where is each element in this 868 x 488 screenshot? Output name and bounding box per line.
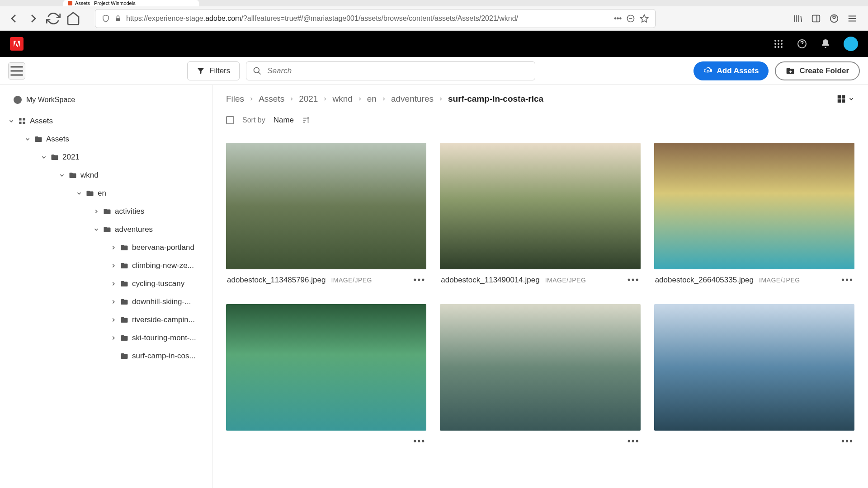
asset-thumbnail[interactable] bbox=[440, 304, 640, 431]
reload-button[interactable] bbox=[46, 11, 61, 26]
forward-button[interactable] bbox=[26, 11, 41, 26]
chevron-right-icon bbox=[322, 94, 328, 104]
more-icon[interactable]: ••• bbox=[841, 275, 854, 285]
chevron-icon[interactable] bbox=[110, 299, 117, 305]
tree-item-en[interactable]: en bbox=[5, 184, 208, 202]
menu-icon[interactable] bbox=[847, 14, 857, 23]
bell-icon[interactable] bbox=[820, 38, 831, 49]
tree-item-ski-touring-mont-[interactable]: ski-touring-mont-... bbox=[5, 329, 208, 347]
tree-item-label: en bbox=[98, 189, 106, 198]
sort-row: Sort by Name bbox=[226, 112, 854, 134]
breadcrumb-adventures[interactable]: adventures bbox=[391, 94, 434, 104]
lock-icon bbox=[114, 15, 122, 22]
select-all-checkbox[interactable] bbox=[226, 116, 234, 124]
back-button[interactable] bbox=[6, 11, 21, 26]
tree-item-climbing-new-ze-[interactable]: climbing-new-ze... bbox=[5, 257, 208, 275]
tree-item-wknd[interactable]: wknd bbox=[5, 166, 208, 184]
search-input[interactable] bbox=[267, 66, 528, 75]
folder-icon bbox=[34, 135, 42, 143]
chevron-icon[interactable] bbox=[93, 208, 99, 215]
svg-rect-20 bbox=[838, 95, 841, 99]
breadcrumb-wknd[interactable]: wknd bbox=[332, 94, 352, 104]
tree-item-adventures[interactable]: adventures bbox=[5, 221, 208, 239]
svg-point-7 bbox=[781, 40, 783, 42]
tree-item-surf-camp-in-cos-[interactable]: surf-camp-in-cos... bbox=[5, 347, 208, 365]
url-bar[interactable]: https://experience-stage.adobe.com/?allf… bbox=[95, 9, 656, 28]
tree-item-activities[interactable]: activities bbox=[5, 202, 208, 221]
breadcrumb-2021[interactable]: 2021 bbox=[299, 94, 318, 104]
chevron-icon[interactable] bbox=[24, 136, 31, 142]
svg-point-11 bbox=[774, 46, 776, 48]
svg-point-9 bbox=[778, 43, 779, 45]
help-icon[interactable] bbox=[797, 38, 807, 49]
more-icon[interactable]: ••• bbox=[627, 275, 640, 285]
bookmark-icon[interactable] bbox=[640, 14, 649, 23]
app-header bbox=[0, 31, 868, 57]
chevron-icon[interactable] bbox=[110, 263, 117, 269]
tree-item-label: activities bbox=[115, 207, 144, 216]
chevron-icon[interactable] bbox=[110, 317, 117, 323]
asset-card[interactable]: adobestock_113485796.jpegIMAGE/JPEG••• bbox=[226, 143, 426, 291]
asset-card[interactable]: ••• bbox=[226, 304, 426, 452]
asset-card[interactable]: adobestock_113490014.jpegIMAGE/JPEG••• bbox=[440, 143, 640, 291]
chevron-right-icon bbox=[249, 94, 254, 104]
filters-button[interactable]: Filters bbox=[187, 61, 240, 80]
asset-card[interactable]: ••• bbox=[654, 304, 854, 452]
adobe-logo-icon[interactable] bbox=[10, 37, 24, 51]
folder-icon bbox=[103, 207, 111, 216]
chevron-icon[interactable] bbox=[59, 172, 65, 178]
user-avatar[interactable] bbox=[844, 37, 858, 51]
folder-icon bbox=[120, 298, 128, 306]
view-toggle[interactable] bbox=[836, 94, 854, 104]
asset-thumbnail[interactable] bbox=[440, 143, 640, 269]
more-icon[interactable]: ••• bbox=[413, 436, 425, 446]
asset-thumbnail[interactable] bbox=[654, 304, 854, 431]
add-assets-label: Add Assets bbox=[717, 66, 759, 75]
tree-item-assets[interactable]: Assets bbox=[5, 130, 208, 148]
asset-card[interactable]: adobestock_266405335.jpegIMAGE/JPEG••• bbox=[654, 143, 854, 291]
folder-icon bbox=[103, 225, 111, 234]
chevron-icon[interactable] bbox=[110, 244, 117, 251]
browser-tab[interactable]: Assets | Project Winmodels bbox=[63, 0, 199, 6]
chevron-icon[interactable] bbox=[8, 118, 14, 124]
svg-rect-23 bbox=[842, 99, 845, 103]
more-icon[interactable]: ••• bbox=[841, 436, 854, 446]
workspace-link[interactable]: My WorkSpace bbox=[5, 93, 208, 112]
more-icon[interactable]: ••• bbox=[627, 436, 640, 446]
tree-item-assets[interactable]: Assets bbox=[5, 112, 208, 130]
add-assets-button[interactable]: Add Assets bbox=[693, 61, 769, 80]
sort-direction-icon[interactable] bbox=[302, 116, 310, 124]
toolbar: Filters Add Assets Create Folder bbox=[0, 57, 868, 85]
asset-thumbnail[interactable] bbox=[226, 143, 426, 269]
tree-item-riverside-campin-[interactable]: riverside-campin... bbox=[5, 311, 208, 329]
chevron-icon[interactable] bbox=[110, 281, 117, 287]
chevron-icon[interactable] bbox=[41, 154, 47, 160]
asset-card[interactable]: ••• bbox=[440, 304, 640, 452]
chevron-icon[interactable] bbox=[110, 335, 117, 341]
apps-grid-icon[interactable] bbox=[773, 38, 784, 49]
breadcrumb-en[interactable]: en bbox=[367, 94, 377, 104]
chevron-icon[interactable] bbox=[93, 226, 99, 233]
sidebar-icon[interactable] bbox=[811, 14, 821, 23]
reader-icon[interactable] bbox=[626, 14, 635, 23]
library-icon[interactable] bbox=[793, 14, 803, 23]
sidebar-toggle-button[interactable] bbox=[8, 62, 25, 80]
search-box[interactable] bbox=[246, 61, 535, 80]
more-icon[interactable]: ••• bbox=[413, 275, 425, 285]
sidebar: My WorkSpace AssetsAssets2021wkndenactiv… bbox=[0, 85, 212, 488]
tree-item-downhill-skiing-[interactable]: downhill-skiing-... bbox=[5, 293, 208, 311]
home-button[interactable] bbox=[66, 11, 80, 26]
account-icon[interactable] bbox=[829, 14, 839, 23]
breadcrumb-files[interactable]: Files bbox=[226, 94, 244, 104]
tree-item-cycling-tuscany[interactable]: cycling-tuscany bbox=[5, 275, 208, 293]
folder-icon bbox=[120, 334, 128, 342]
asset-thumbnail[interactable] bbox=[654, 143, 854, 269]
chevron-icon[interactable] bbox=[76, 190, 82, 197]
more-icon[interactable]: ••• bbox=[614, 14, 622, 23]
breadcrumb-assets[interactable]: Assets bbox=[259, 94, 284, 104]
tree-item-beervana-portland[interactable]: beervana-portland bbox=[5, 239, 208, 257]
asset-thumbnail[interactable] bbox=[226, 304, 426, 431]
tree-item-2021[interactable]: 2021 bbox=[5, 148, 208, 166]
create-folder-button[interactable]: Create Folder bbox=[775, 61, 860, 80]
sort-value[interactable]: Name bbox=[274, 116, 294, 125]
